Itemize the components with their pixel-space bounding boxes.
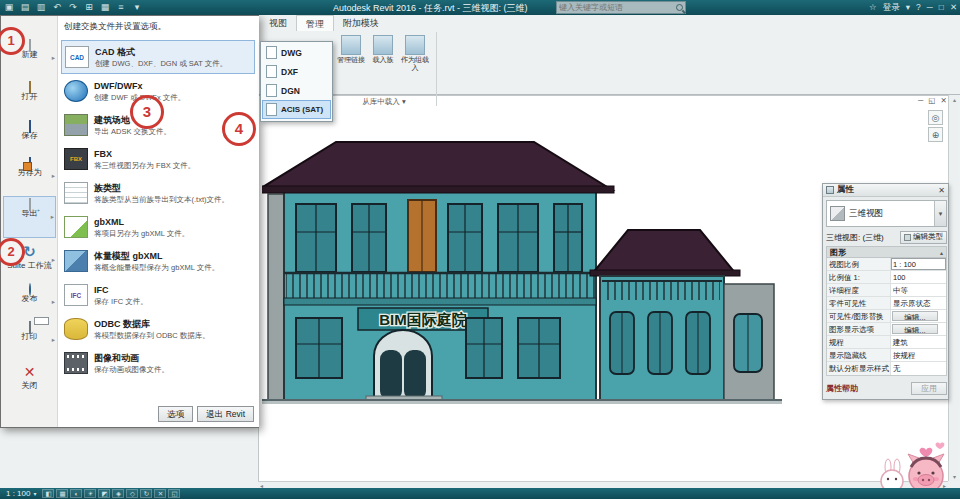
exit-revit-button[interactable]: 退出 Revit [197,406,254,422]
app-button-icon[interactable]: ▣ [2,1,16,13]
search-box[interactable] [556,1,686,14]
panel-separator [436,32,437,106]
export-item-ifc[interactable]: IFC IFC 保存 IFC 文件。 [61,278,255,312]
view-scale-control[interactable]: 1 : 100 [0,489,33,498]
undo-icon[interactable]: ↶ [50,1,64,13]
type-selector[interactable]: 三维视图 ▾ [826,200,947,227]
edit-button[interactable]: 编辑... [892,311,938,321]
cad-format-flyout: DWG DXF DGN ACIS (SAT) [260,41,333,122]
edit-button[interactable]: 编辑... [892,324,938,334]
export-item-cad-format[interactable]: CAD CAD 格式 创建 DWG、DXF、DGN 或 SAT 文件。 [61,40,255,74]
qat-dropdown-icon[interactable]: ▾ [130,1,144,13]
open-icon[interactable]: ▤ [18,1,32,13]
scale-dropdown-icon[interactable]: ▾ [33,490,42,497]
flyout-item-dwg[interactable]: DWG [262,43,331,62]
group-header-graphics[interactable]: 图形 ▴ [826,246,947,258]
export-item-odbc[interactable]: ODBC 数据库 将模型数据保存到 ODBC 数据库。 [61,312,255,346]
submenu-arrow-icon: ▸ [51,213,54,221]
apply-button[interactable]: 应用 [911,382,947,395]
submenu-arrow-icon: ▸ [52,336,55,344]
save-icon[interactable]: ▥ [34,1,48,13]
favorites-icon[interactable]: ☆ [869,1,877,13]
maximize-button[interactable]: □ [939,1,944,13]
menu-item-publish[interactable]: 发布 ▸ [3,282,56,322]
vertical-scrollbar[interactable]: ▴ ▾ [948,95,959,481]
crop-view-icon[interactable]: ◈ [112,489,124,498]
show-crop-region-icon[interactable]: ◇ [126,489,138,498]
manage-links-icon [341,35,361,55]
sign-in-link[interactable]: 登录 [883,1,900,13]
options-button[interactable]: 选项 [158,406,193,422]
quick-access-toolbar: ▣ ▤ ▥ ↶ ↷ ⊞ ▦ ≡ ▾ [2,1,144,13]
property-row: 零件可见性显示原状态 [827,297,946,310]
print-icon[interactable]: ⊞ [82,1,96,13]
sign-in-dropdown-icon[interactable]: ▾ [906,1,910,13]
status-bar: 1 : 100 ▾ ◧ ▦ ◐ ☀ ◩ ◈ ◇ ↻ ✕ ◱ [0,488,960,499]
application-menu-items: 新建 ▸ 打开 保存 另存为 ▸ 导出 ▸ ↻ Suite 工作流 ▸ 发布 [1,16,58,427]
ifc-icon: IFC [64,284,88,306]
load-family-button[interactable]: 载入族 [368,35,398,64]
analysis-display-icon[interactable]: ◱ [168,489,180,498]
properties-help-link[interactable]: 属性帮助 [826,383,858,394]
zoom-tool-icon[interactable]: ⊕ [928,127,943,142]
property-row: 可见性/图形替换编辑... [827,310,946,323]
flyout-item-acis-sat[interactable]: ACIS (SAT) [262,100,331,119]
dxf-file-icon [266,65,277,78]
detail-level-icon[interactable]: ▦ [56,489,68,498]
export-item-fbx[interactable]: FBX FBX 将三维视图另存为 FBX 文件。 [61,142,255,176]
tab-addins[interactable]: 附加模块 [334,15,388,31]
export-item-gbxml[interactable]: gbXML 将项目另存为 gbXML 文件。 [61,210,255,244]
reveal-hidden-elements-icon[interactable]: ✕ [154,489,166,498]
tab-manage[interactable]: 管理 [296,15,334,31]
sun-path-icon[interactable]: ☀ [84,489,96,498]
type-selector-dropdown-icon[interactable]: ▾ [934,201,946,226]
export-item-family-types[interactable]: 族类型 将族类型从当前族导出到文本(.txt)文件。 [61,176,255,210]
search-input[interactable] [559,3,675,13]
shadows-icon[interactable]: ◩ [98,489,110,498]
load-as-group-button[interactable]: 作为组载入 [400,35,430,71]
view-close-icon[interactable]: ✕ [940,96,946,105]
property-row: 默认分析显示样式无 [827,362,946,375]
edit-type-button[interactable]: 编辑类型 [900,231,947,244]
fbx-icon: FBX [64,148,88,170]
group-collapse-icon[interactable]: ▴ [940,249,943,256]
property-row: 显示隐藏线按规程 [827,349,946,362]
properties-close-icon[interactable]: ✕ [938,186,945,195]
visual-style-icon[interactable]: ◐ [70,489,82,498]
menu-item-print[interactable]: 打印 ▸ [3,320,56,360]
property-row: 图形显示选项编辑... [827,323,946,336]
help-icon[interactable]: ? [916,1,921,13]
menu-item-save[interactable]: 保存 [3,119,56,159]
manage-links-button[interactable]: 管理链接 [336,35,366,64]
title-bar: ▣ ▤ ▥ ↶ ↷ ⊞ ▦ ≡ ▾ Autodesk Revit 2016 - … [0,0,960,15]
menu-item-open[interactable]: 打开 [3,80,56,120]
scroll-up-icon[interactable]: ▴ [951,96,958,103]
properties-grid: 视图比例1 : 100 比例值 1:100 详细程度中等 零件可见性显示原状态 … [826,258,947,376]
save-as-icon [29,157,31,170]
documents-icon[interactable]: ▦ [98,1,112,13]
search-icon[interactable] [676,4,683,11]
application-menu: 新建 ▸ 打开 保存 另存为 ▸ 导出 ▸ ↻ Suite 工作流 ▸ 发布 [0,15,259,428]
scale-icon[interactable]: ◧ [42,489,54,498]
tab-view[interactable]: 视图 [260,15,296,31]
minimize-button[interactable]: ─ [927,1,933,13]
flyout-item-dgn[interactable]: DGN [262,81,331,100]
export-item-images-animations[interactable]: 图像和动画 保存动画或图像文件。 [61,346,255,380]
view-restore-icon[interactable]: ◱ [928,96,935,105]
view-minimize-icon[interactable]: ─ [918,96,923,105]
properties-header[interactable]: 属性 ✕ [823,184,948,197]
menu-item-save-as[interactable]: 另存为 ▸ [3,156,56,196]
redo-icon[interactable]: ↷ [66,1,80,13]
menu-item-export[interactable]: 导出 ▸ [3,196,56,238]
steering-wheel-icon[interactable]: ◎ [928,110,943,125]
export-item-mass-gbxml[interactable]: 体量模型 gbXML 将概念能量模型保存为 gbXML 文件。 [61,244,255,278]
printer-icon [29,321,31,334]
window-title: Autodesk Revit 2016 - 任务.rvt - 三维视图: (三维… [333,2,528,15]
temporary-hide-isolate-icon[interactable]: ↻ [140,489,152,498]
flyout-item-dxf[interactable]: DXF [262,62,331,81]
load-family-icon [373,35,393,55]
close-button[interactable]: ✕ [950,1,957,13]
menu-item-close[interactable]: ✕ 关闭 [3,360,56,400]
annotation-step-4: 4 [222,112,256,146]
modify-icon[interactable]: ≡ [114,1,128,13]
